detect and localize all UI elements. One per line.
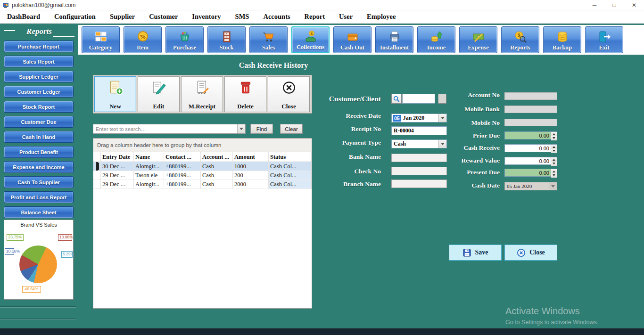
pie-label: 5.29% xyxy=(61,251,73,258)
menu-item-inventory[interactable]: Inventory xyxy=(185,13,228,21)
cell-amount[interactable]: 1000 xyxy=(233,162,269,171)
table-row[interactable]: 29 Dec ... Tason ele +880199... Cash 200… xyxy=(93,171,312,180)
table-row[interactable]: 29 Dec ... Alomgir... +880199... Cash 20… xyxy=(93,180,312,189)
cell-contact[interactable]: +880199... xyxy=(164,162,201,171)
minimize-icon[interactable]: ─ xyxy=(585,0,604,10)
cell-contact[interactable]: +880199... xyxy=(164,171,201,180)
spin-down-icon[interactable] xyxy=(551,149,557,153)
menu-item-dashboard[interactable]: DashBoard xyxy=(0,13,47,21)
sidebar-item-product-benefit[interactable]: Product Benefit xyxy=(4,146,74,158)
sidebar-item-purchase-report[interactable]: Purchase Report xyxy=(4,41,74,52)
column-header-entry-date[interactable]: Entry Date xyxy=(101,152,134,162)
sidebar-item-sales-report[interactable]: Sales Report xyxy=(4,56,74,67)
toolbar-item-purchase[interactable]: Purchase xyxy=(165,26,204,53)
toolbar-item-collections[interactable]: $ Collections xyxy=(291,26,330,53)
clear-button[interactable]: Clear xyxy=(280,124,303,134)
find-button[interactable]: Find xyxy=(250,124,273,134)
cell-name[interactable]: Alomgir... xyxy=(134,180,164,189)
customer-search-button[interactable] xyxy=(391,94,402,104)
pie-chart xyxy=(19,245,57,283)
menu-item-supplier[interactable]: Supplier xyxy=(103,13,142,21)
cell-status[interactable]: Cash Col... xyxy=(269,180,312,189)
cell-name[interactable]: Alomgir... xyxy=(134,162,164,171)
grid-indicator-header xyxy=(93,152,101,162)
cash-receive-label: Cash Receive xyxy=(429,144,500,152)
cell-account[interactable]: Cash xyxy=(201,180,233,189)
cash-receive-spinner[interactable]: 0.00 xyxy=(504,144,557,152)
sidebar-item-profit-and-loss-report[interactable]: Profit and Loss Report xyxy=(4,191,74,203)
edit-button[interactable]: Edit xyxy=(138,76,180,112)
m-receipt-button[interactable]: M.Receipt xyxy=(181,76,223,112)
spin-up-icon[interactable] xyxy=(551,145,557,149)
toolbar-item-item[interactable]: % Item xyxy=(124,26,162,53)
cash-date-picker[interactable]: 05 Jan 2020 xyxy=(504,182,557,190)
column-header-status[interactable]: Status xyxy=(269,152,312,162)
column-header-amount[interactable]: Amount xyxy=(233,152,269,162)
sidebar-item-balance-sheet[interactable]: Balance Sheet xyxy=(4,206,74,218)
prior-due-spinner[interactable]: 0.00 xyxy=(504,131,557,139)
cash-date-dropdown-icon[interactable] xyxy=(549,182,557,190)
sidebar-item-cash-to-supplier[interactable]: Cash To Supplier xyxy=(4,176,74,188)
toolbar-item-backup[interactable]: Backup xyxy=(543,26,581,53)
spin-down-icon[interactable] xyxy=(551,162,557,166)
spin-up-icon[interactable] xyxy=(551,169,557,173)
spin-up-icon[interactable] xyxy=(551,157,557,162)
table-row[interactable]: 30 Dec ... Alomgir... +880199... Cash 10… xyxy=(93,162,312,171)
menu-item-user[interactable]: User xyxy=(332,13,360,21)
spin-up-icon[interactable] xyxy=(551,132,557,136)
row-indicator xyxy=(93,180,101,189)
close-icon[interactable]: ✕ xyxy=(624,0,644,10)
sidebar-item-supplier-ledger[interactable]: Supplier Ledger xyxy=(4,71,74,82)
sidebar-item-customer-ledger[interactable]: Customer Ledger xyxy=(4,86,74,98)
svg-text:%: % xyxy=(140,33,146,40)
maximize-icon[interactable]: □ xyxy=(604,0,624,10)
spin-down-icon[interactable] xyxy=(551,173,557,178)
search-dropdown-icon[interactable] xyxy=(237,124,245,133)
menu-item-report[interactable]: Report xyxy=(297,13,332,21)
toolbar-item-exit[interactable]: Exit xyxy=(585,26,623,53)
spin-down-icon[interactable] xyxy=(551,136,557,140)
cell-contact[interactable]: +880199... xyxy=(164,180,201,189)
group-by-hint[interactable]: Drag a column header here to group by th… xyxy=(93,139,312,152)
cell-entry-date[interactable]: 29 Dec ... xyxy=(101,171,134,180)
menu-item-accounts[interactable]: Accounts xyxy=(256,13,297,21)
svg-text:$: $ xyxy=(518,33,520,38)
sidebar-item-stock-report[interactable]: Stock Report xyxy=(4,101,74,113)
cell-account[interactable]: Cash xyxy=(201,162,233,171)
toolbar-item-stock[interactable]: Stock xyxy=(207,26,246,53)
delete-button[interactable]: Delete xyxy=(224,76,266,112)
cell-account[interactable]: Cash xyxy=(201,171,233,180)
toolbar-item-sales[interactable]: Sales xyxy=(249,26,288,53)
cell-entry-date[interactable]: 29 Dec ... xyxy=(101,180,134,189)
menu-item-sms[interactable]: SMS xyxy=(228,13,256,21)
form-close-button[interactable]: Close xyxy=(504,245,557,261)
present-due-spinner[interactable]: 0.00 xyxy=(504,169,557,177)
toolbar-item-category[interactable]: Category xyxy=(82,26,120,53)
search-input[interactable] xyxy=(93,124,237,133)
cell-status[interactable]: Cash Col... xyxy=(269,162,312,171)
cell-status[interactable]: Cash Col... xyxy=(269,171,312,180)
column-header-name[interactable]: Name xyxy=(134,152,164,162)
toolbar-item-installment[interactable]: Installment xyxy=(375,26,413,53)
toolbar-item-cash-out[interactable]: Cash Out xyxy=(333,26,372,53)
column-header-contact[interactable]: Contact ... xyxy=(164,152,201,162)
menu-item-customer[interactable]: Customer xyxy=(142,13,185,21)
cell-amount[interactable]: 200 xyxy=(233,171,269,180)
cell-amount[interactable]: 2000 xyxy=(233,180,269,189)
menu-item-employee[interactable]: Employee xyxy=(360,13,403,21)
sidebar-item-cash-in-hand[interactable]: Cash In Hand xyxy=(4,131,74,143)
svg-text:$: $ xyxy=(310,32,313,36)
cell-entry-date[interactable]: 30 Dec ... xyxy=(101,162,134,171)
sidebar-item-expense-and-income[interactable]: Expense and Income xyxy=(4,161,74,173)
reward-value-spinner[interactable]: 0.00 xyxy=(504,157,557,165)
sidebar-item-customer-due[interactable]: Customer Due xyxy=(4,116,74,128)
new-button[interactable]: New xyxy=(94,76,136,112)
cell-name[interactable]: Tason ele xyxy=(134,171,164,180)
close-button[interactable]: Close xyxy=(268,76,310,112)
toolbar-item-expense[interactable]: Expense xyxy=(459,26,497,53)
column-header-account[interactable]: Account ... xyxy=(201,152,233,162)
toolbar-item-income[interactable]: Income xyxy=(417,26,455,53)
toolbar-item-reports[interactable]: $ Reports xyxy=(501,26,539,53)
menu-item-configuration[interactable]: Configuration xyxy=(47,13,103,21)
save-button[interactable]: Save xyxy=(449,245,502,261)
